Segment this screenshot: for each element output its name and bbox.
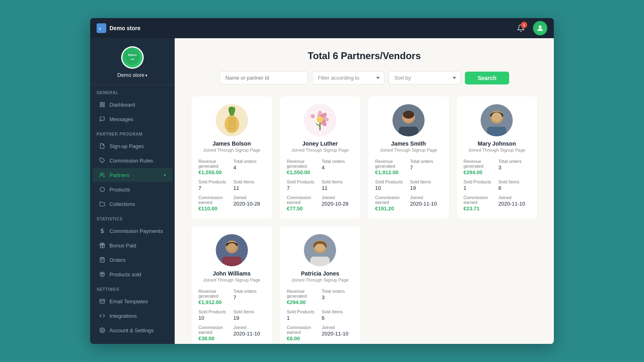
svg-text:Educo: Educo	[128, 53, 136, 56]
stat-orders: Total orders 4	[322, 159, 353, 175]
notification-button[interactable]: 1	[514, 21, 528, 35]
vendor-name: Joney Luther	[287, 140, 354, 147]
vendor-joined-text: Joined Through Signup Page	[287, 278, 354, 282]
vendor-card[interactable]: Joney Luther Joined Through Signup Page …	[279, 96, 361, 219]
vendor-joined-text: Joined Through Signup Page	[198, 148, 265, 152]
vendor-stats: Revenue generated €294.00 Total orders 3…	[464, 159, 530, 212]
sidebar-item-partners[interactable]: Partners ▾	[93, 168, 172, 182]
vendor-card[interactable]: John Williams Joined Through Signup Page…	[191, 226, 273, 344]
brand-name[interactable]: Demo store	[97, 72, 168, 78]
message-icon	[99, 116, 105, 122]
integrations-label: Integrations	[109, 313, 137, 319]
code-icon	[99, 313, 105, 319]
messages-label: Messages	[109, 116, 133, 122]
vendor-stats: Revenue generated €1,912.00 Total orders…	[198, 289, 265, 341]
stat-commission: Commission earned €77.50	[287, 195, 319, 212]
svg-point-2	[539, 25, 542, 28]
gear-icon	[99, 327, 105, 333]
commission-payments-label: Commission Payments	[109, 228, 163, 234]
partner-section-label: PARTNER PROGRAM	[90, 126, 175, 139]
stat-commission: Commission earned €191.20	[375, 195, 407, 212]
filter-select[interactable]: Filter according to	[312, 71, 384, 84]
statistics-section-label: STATISTICS	[90, 211, 175, 224]
users-icon	[99, 172, 105, 178]
account-settings-label: Account & Settings	[109, 327, 154, 333]
svg-point-39	[317, 116, 323, 123]
stat-joined: Joined 2020-11-10	[322, 325, 353, 341]
sidebar-item-bonus-paid[interactable]: Bonus Paid	[93, 239, 172, 252]
vendor-stats: Revenue generated €1,550.00 Total orders…	[198, 159, 265, 212]
sidebar-item-commission-rules[interactable]: Commission Rules	[93, 154, 172, 167]
sidebar-item-dashboard[interactable]: Dashboard	[93, 98, 172, 111]
search-bar: Filter according to Sort by Search	[191, 71, 538, 84]
sidebar-item-products-sold[interactable]: Products sold	[93, 267, 172, 281]
box-icon	[99, 186, 105, 193]
vendor-card[interactable]: Mary Johnson Joined Through Signup Page …	[456, 96, 538, 219]
general-section-label: GENERAL	[90, 85, 175, 97]
sidebar-item-collections[interactable]: Collections	[93, 197, 172, 211]
stat-sold-products: Sold Products 1	[287, 309, 319, 321]
stat-revenue: Revenue generated €294.00	[464, 159, 495, 175]
vendor-stats: Revenue generated €294.00 Total orders 3…	[287, 289, 354, 341]
shopping-bag-icon	[99, 257, 105, 263]
stat-sold-products: Sold Products 1	[464, 179, 495, 191]
topbar-logo: S Demo store	[97, 23, 140, 33]
stat-joined: Joined 2020-10-28	[322, 195, 353, 212]
svg-rect-8	[100, 105, 102, 107]
sidebar-brand: Educo sm Demo store	[90, 38, 175, 85]
sidebar-item-account-settings[interactable]: Account & Settings	[93, 323, 172, 337]
vendor-joined-text: Joined Through Signup Page	[287, 148, 354, 152]
svg-rect-44	[399, 127, 418, 136]
stat-sold-items: Sold Items 6	[498, 179, 530, 191]
bonus-paid-label: Bonus Paid	[109, 243, 136, 249]
partners-label: Partners	[109, 172, 129, 178]
vendor-avatar	[392, 104, 425, 136]
sidebar-item-signup-pages[interactable]: Sign-up Pages	[93, 139, 172, 153]
vendor-joined-text: Joined Through Signup Page	[375, 148, 442, 152]
sidebar-item-products[interactable]: Products	[93, 183, 172, 196]
user-avatar[interactable]	[533, 21, 547, 35]
stat-sold-products: Sold Products 10	[375, 179, 407, 191]
stat-commission: Commission earned €110.00	[198, 195, 230, 212]
vendor-avatar	[216, 104, 248, 136]
stat-orders: Total orders 7	[410, 159, 442, 175]
stat-sold-items: Sold Items 19	[410, 179, 442, 191]
search-input[interactable]	[219, 71, 308, 84]
stat-revenue: Revenue generated €294.00	[287, 289, 319, 305]
grid-icon	[99, 101, 105, 108]
stat-orders: Total orders 3	[322, 289, 353, 305]
stat-revenue: Revenue generated €1,550.00	[198, 159, 230, 175]
vendor-stats: Revenue generated €1,550.00 Total orders…	[287, 159, 354, 212]
mail-icon	[99, 298, 105, 304]
sidebar-item-orders[interactable]: Orders	[93, 253, 172, 267]
vendor-joined-text: Joined Through Signup Page	[198, 278, 265, 282]
stat-commission: Commission earned €6.00	[287, 325, 319, 341]
vendor-card[interactable]: James Bolson Joined Through Signup Page …	[191, 96, 273, 219]
email-templates-label: Email Templates	[109, 298, 148, 304]
vendor-avatar	[216, 234, 248, 266]
stat-commission: Commission earned €23.71	[464, 195, 495, 212]
stat-revenue: Revenue generated €1,550.00	[287, 159, 319, 175]
search-button[interactable]: Search	[465, 72, 510, 84]
settings-section-label: SETTINGS	[90, 282, 175, 294]
sort-select[interactable]: Sort by	[388, 71, 461, 84]
gift-icon	[99, 242, 105, 249]
svg-rect-6	[100, 103, 102, 104]
vendor-name: James Smith	[375, 140, 442, 147]
vendor-avatar	[481, 104, 513, 136]
sidebar-item-email-templates[interactable]: Email Templates	[93, 294, 172, 308]
svg-text:sm: sm	[131, 58, 134, 60]
topbar: S Demo store 1	[90, 18, 554, 38]
sidebar-item-commission-payments[interactable]: Commission Payments	[93, 224, 172, 238]
sidebar-item-messages[interactable]: Messages	[93, 112, 172, 126]
stat-joined: Joined 2020-11-10	[233, 325, 265, 341]
vendor-card[interactable]: James Smith Joined Through Signup Page R…	[367, 96, 450, 219]
content-area: Total 6 Partners/Vendors Filter accordin…	[175, 38, 554, 344]
sidebar-item-integrations[interactable]: Integrations	[93, 309, 172, 323]
svg-point-3	[125, 50, 140, 65]
vendor-card[interactable]: Patricia Jones Joined Through Signup Pag…	[279, 226, 361, 344]
svg-rect-53	[222, 257, 242, 266]
commission-rules-label: Commission Rules	[109, 158, 153, 164]
svg-point-46	[403, 111, 414, 119]
vendor-joined-text: Joined Through Signup Page	[464, 148, 530, 152]
